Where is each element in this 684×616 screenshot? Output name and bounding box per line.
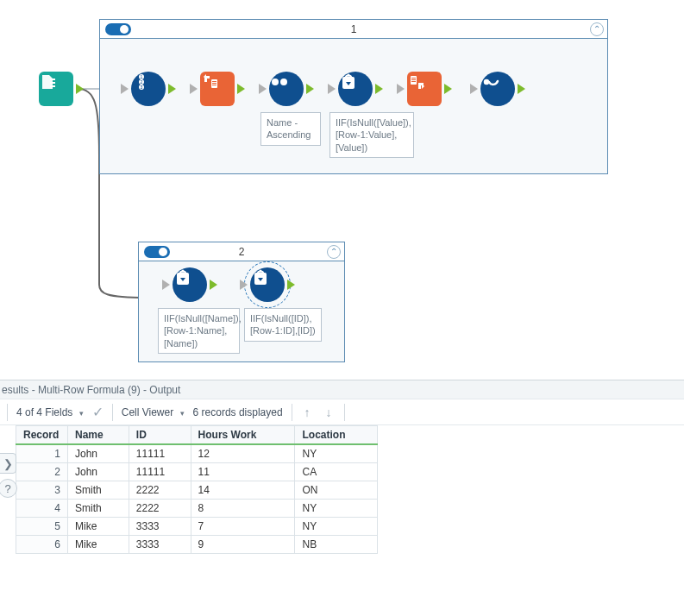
output-port[interactable] [237, 84, 245, 94]
svg-point-23 [348, 74, 350, 77]
record-id-tool[interactable]: 123 [131, 72, 166, 106]
output-port[interactable] [76, 84, 84, 94]
crosstab-tool[interactable] [407, 72, 442, 106]
tag-button[interactable]: ❯ [0, 453, 16, 474]
table-row[interactable]: 3Smith222214ON [16, 481, 378, 500]
column-header[interactable]: Location [295, 426, 378, 445]
results-toolbar: 4 of 4 Fields ▾ ✓ Cell Viewer ▾ 6 record… [0, 399, 684, 425]
svg-text:1: 1 [141, 74, 143, 79]
input-data-tool[interactable] [39, 72, 73, 106]
table-cell[interactable]: 3 [16, 481, 68, 500]
svg-rect-18 [212, 83, 216, 84]
input-port[interactable] [240, 280, 248, 290]
table-cell[interactable]: CA [295, 463, 378, 481]
multi-row-formula-tool-1[interactable] [338, 72, 373, 106]
output-port[interactable] [518, 84, 525, 94]
chevron-up-icon: ⌃ [593, 25, 600, 34]
table-row[interactable]: 5Mike33337NY [16, 518, 378, 536]
container-collapse-button[interactable]: ⌃ [327, 245, 341, 259]
table-cell[interactable]: 5 [16, 518, 68, 536]
table-cell[interactable]: John [68, 463, 129, 481]
svg-rect-8 [50, 82, 55, 84]
input-port[interactable] [121, 84, 129, 94]
table-cell[interactable]: 3333 [129, 536, 191, 554]
table-cell[interactable]: 2222 [129, 500, 191, 518]
multi-row-formula-tool-2b[interactable] [250, 267, 285, 302]
prev-record-button[interactable]: ↑ [301, 404, 314, 421]
table-cell[interactable]: Smith [68, 500, 129, 518]
table-cell[interactable]: 14 [191, 481, 295, 500]
table-cell[interactable]: NY [295, 500, 378, 518]
table-cell[interactable]: Smith [68, 481, 129, 500]
input-port[interactable] [328, 84, 336, 94]
table-cell[interactable]: 12 [191, 444, 295, 463]
fields-label: 4 of 4 Fields [16, 406, 72, 418]
table-row[interactable]: 4Smith22228NY [16, 500, 378, 518]
svg-rect-22 [342, 77, 355, 89]
table-cell[interactable]: 11111 [129, 444, 191, 463]
output-port[interactable] [375, 84, 383, 94]
help-button[interactable]: ? [0, 479, 17, 498]
table-cell[interactable]: NB [295, 536, 378, 554]
container-toggle[interactable] [144, 246, 170, 258]
table-cell[interactable]: 2 [16, 463, 68, 481]
container-collapse-button[interactable]: ⌃ [590, 22, 604, 36]
column-header[interactable]: Hours Work [191, 426, 295, 445]
input-port[interactable] [190, 84, 198, 94]
workflow-canvas[interactable]: .grey{stroke:#bfc7ce;stroke-width:2;fill… [0, 0, 684, 380]
input-port[interactable] [259, 84, 267, 94]
table-cell[interactable]: Mike [68, 536, 129, 554]
apply-check-icon[interactable]: ✓ [92, 404, 104, 420]
fields-dropdown[interactable]: 4 of 4 Fields ▾ [16, 406, 84, 418]
output-port[interactable] [210, 280, 217, 290]
table-cell[interactable]: 11111 [129, 463, 191, 481]
svg-rect-26 [411, 79, 416, 80]
cell-viewer-dropdown[interactable]: Cell Viewer ▾ [122, 406, 185, 418]
svg-point-20 [272, 79, 279, 85]
table-cell[interactable]: 3333 [129, 518, 191, 536]
table-cell[interactable]: 2222 [129, 481, 191, 500]
svg-point-30 [182, 270, 185, 273]
table-cell[interactable]: NY [295, 518, 378, 536]
chevron-down-icon: ▾ [79, 409, 84, 418]
table-row[interactable]: 2John1111111CA [16, 463, 378, 481]
column-header[interactable]: Record [16, 426, 68, 445]
output-port[interactable] [168, 84, 176, 94]
input-port[interactable] [162, 280, 170, 290]
column-header[interactable]: Name [68, 426, 129, 445]
table-cell[interactable]: NY [295, 444, 378, 463]
multi-row-annotation-2b: IIF(IsNull([ID]),[Row-1:ID],[ID]) [244, 308, 322, 342]
table-cell[interactable]: 8 [191, 500, 295, 518]
table-row[interactable]: 1John1111112NY [16, 444, 378, 463]
table-cell[interactable]: 7 [191, 518, 295, 536]
multi-row-formula-tool-2a[interactable] [173, 267, 207, 302]
table-cell[interactable]: ON [295, 481, 378, 500]
output-port[interactable] [444, 84, 452, 94]
svg-rect-17 [212, 81, 216, 82]
svg-point-10 [139, 74, 144, 79]
next-record-button[interactable]: ↓ [323, 404, 336, 421]
input-port[interactable] [470, 84, 478, 94]
sort-tool[interactable] [269, 72, 304, 106]
column-header[interactable]: ID [129, 426, 191, 445]
results-gutter: ❯ ? [0, 453, 17, 498]
results-table[interactable]: RecordNameIDHours WorkLocation 1John1111… [16, 425, 378, 554]
table-row[interactable]: 6Mike33339NB [16, 536, 378, 554]
input-port[interactable] [397, 84, 405, 94]
table-cell[interactable]: Mike [68, 518, 129, 536]
svg-rect-19 [212, 85, 216, 85]
svg-rect-9 [50, 85, 55, 87]
transpose-tool[interactable] [200, 72, 235, 106]
browse-tool[interactable] [480, 72, 515, 106]
table-cell[interactable]: 11 [191, 463, 295, 481]
table-cell[interactable]: John [68, 444, 129, 463]
separator [112, 404, 113, 421]
table-cell[interactable]: 1 [16, 444, 68, 463]
output-port[interactable] [306, 84, 314, 94]
table-cell[interactable]: 6 [16, 536, 68, 554]
table-cell[interactable]: 9 [191, 536, 295, 554]
table-cell[interactable]: 4 [16, 500, 68, 518]
container-toggle[interactable] [105, 23, 131, 35]
svg-point-12 [139, 85, 144, 90]
output-port[interactable] [287, 280, 295, 290]
